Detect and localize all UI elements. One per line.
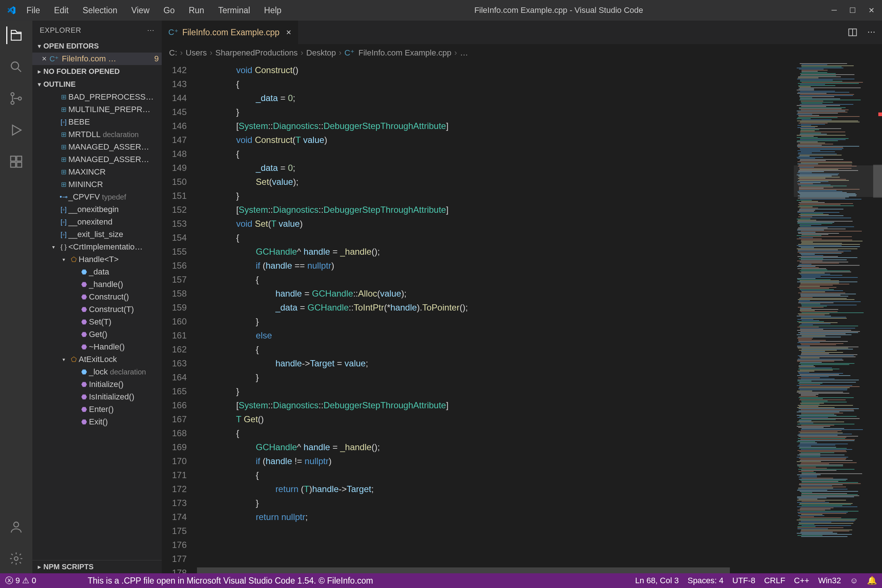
more-actions-icon[interactable]: ⋯ bbox=[867, 27, 875, 38]
accounts-icon[interactable] bbox=[8, 518, 25, 536]
code-line[interactable]: handle = GCHandle::Alloc(value); bbox=[197, 286, 794, 301]
code-line[interactable]: { bbox=[197, 77, 794, 91]
code-line[interactable]: } bbox=[197, 189, 794, 203]
code-line[interactable]: { bbox=[197, 468, 794, 482]
outline-item[interactable]: [◦] __exit_list_size bbox=[32, 228, 162, 241]
outline-item[interactable]: ▾{ } <CrtImplementatio… bbox=[32, 241, 162, 253]
code-line[interactable]: { bbox=[197, 231, 794, 245]
open-editor-item[interactable]: × C⁺ FileInfo.com … 9 bbox=[32, 52, 162, 65]
close-editor-icon[interactable]: × bbox=[42, 54, 46, 64]
outline-item[interactable]: [◦] BEBE bbox=[32, 116, 162, 128]
outline-item[interactable]: ▾⬠ AtExitLock bbox=[32, 353, 162, 366]
outline-item[interactable]: ⬣ _lockdeclaration bbox=[32, 366, 162, 378]
breadcrumb[interactable]: C:›Users›SharpenedProductions›Desktop›C⁺… bbox=[162, 44, 882, 62]
status-errors[interactable]: ⓧ9 ⚠0 bbox=[5, 575, 36, 586]
code-line[interactable]: } bbox=[197, 315, 794, 328]
outline-item[interactable]: ⬣ Set(T) bbox=[32, 316, 162, 328]
menu-item-run[interactable]: Run bbox=[184, 3, 208, 18]
outline-item[interactable]: ⬣ Construct() bbox=[32, 291, 162, 303]
outline-item[interactable]: ⬣ _data bbox=[32, 266, 162, 278]
settings-gear-icon[interactable] bbox=[8, 550, 25, 567]
outline-item[interactable]: ⬣ Exit() bbox=[32, 416, 162, 428]
code-line[interactable]: handle->Target = value; bbox=[197, 357, 794, 370]
menu-item-view[interactable]: View bbox=[127, 3, 154, 18]
close-tab-icon[interactable]: × bbox=[286, 27, 291, 38]
status-encoding[interactable]: UTF-8 bbox=[732, 576, 755, 585]
code-line[interactable]: return nullptr; bbox=[197, 510, 794, 524]
breadcrumb-item[interactable]: … bbox=[460, 48, 468, 58]
source-control-icon[interactable] bbox=[8, 90, 25, 107]
breadcrumb-item[interactable]: FileInfo.com Example.cpp bbox=[358, 48, 451, 58]
code-line[interactable]: void Set(T value) bbox=[197, 217, 794, 231]
run-debug-icon[interactable] bbox=[8, 121, 25, 139]
menu-item-terminal[interactable]: Terminal bbox=[214, 3, 255, 18]
code-line[interactable]: Set(value); bbox=[197, 175, 794, 189]
outline-item[interactable]: ⊞ MANAGED_ASSER… bbox=[32, 141, 162, 153]
code-line[interactable]: T Get() bbox=[197, 412, 794, 426]
code-line[interactable]: return (T)handle->Target; bbox=[197, 482, 794, 496]
minimap-viewport[interactable] bbox=[794, 165, 882, 197]
outline-item[interactable]: ⊞ MANAGED_ASSER… bbox=[32, 153, 162, 166]
code-line[interactable]: } bbox=[197, 105, 794, 119]
code-line[interactable]: GCHandle^ handle = _handle(); bbox=[197, 440, 794, 454]
code-line[interactable]: else bbox=[197, 328, 794, 342]
outline-section[interactable]: ▾ OUTLINE bbox=[32, 78, 162, 91]
code-line[interactable]: if (handle != nullptr) bbox=[197, 454, 794, 468]
code-line[interactable]: if (handle == nullptr) bbox=[197, 259, 794, 273]
outline-item[interactable]: [◦] __onexitend bbox=[32, 216, 162, 228]
outline-item[interactable]: ⊞ MULTILINE_PREPR… bbox=[32, 103, 162, 116]
no-folder-section[interactable]: ▸ NO FOLDER OPENED bbox=[32, 65, 162, 78]
split-editor-icon[interactable] bbox=[848, 27, 858, 38]
code-line[interactable]: GCHandle^ handle = _handle(); bbox=[197, 245, 794, 259]
outline-item[interactable]: ⬣ Construct(T) bbox=[32, 303, 162, 316]
npm-scripts-section[interactable]: ▸ NPM SCRIPTS bbox=[32, 560, 162, 573]
code-line[interactable]: } bbox=[197, 384, 794, 398]
status-os[interactable]: Win32 bbox=[818, 576, 841, 585]
code-line[interactable]: _data = GCHandle::ToIntPtr(*handle).ToPo… bbox=[197, 301, 794, 315]
feedback-icon[interactable]: ☺ bbox=[850, 576, 858, 585]
menu-item-go[interactable]: Go bbox=[159, 3, 179, 18]
code-line[interactable]: [System::Diagnostics::DebuggerStepThroug… bbox=[197, 203, 794, 217]
outline-item[interactable]: [◦] __onexitbegin bbox=[32, 203, 162, 216]
code-line[interactable]: } bbox=[197, 496, 794, 510]
status-eol[interactable]: CRLF bbox=[764, 576, 785, 585]
code-line[interactable]: { bbox=[197, 342, 794, 357]
extensions-icon[interactable] bbox=[8, 153, 25, 171]
maximize-icon[interactable]: ☐ bbox=[849, 6, 856, 15]
outline-item[interactable]: ⊞ MAXINCR bbox=[32, 166, 162, 178]
code-line[interactable]: [System::Diagnostics::DebuggerStepThroug… bbox=[197, 398, 794, 412]
code-line[interactable]: _data = 0; bbox=[197, 161, 794, 175]
minimap[interactable] bbox=[794, 62, 882, 573]
breadcrumb-item[interactable]: Users bbox=[186, 48, 207, 58]
breadcrumb-item[interactable]: Desktop bbox=[306, 48, 336, 58]
menu-item-edit[interactable]: Edit bbox=[50, 3, 73, 18]
outline-item[interactable]: ⊞ MININCR bbox=[32, 178, 162, 191]
outline-item[interactable]: ⬣ Enter() bbox=[32, 403, 162, 416]
editor-tab[interactable]: C⁺ FileInfo.com Example.cpp × bbox=[162, 21, 298, 44]
minimize-icon[interactable]: ─ bbox=[832, 6, 837, 15]
code-line[interactable]: void Construct() bbox=[197, 63, 794, 77]
code-editor[interactable]: void Construct() { _data = 0; } [System:… bbox=[197, 62, 794, 573]
code-line[interactable]: _data = 0; bbox=[197, 91, 794, 105]
menu-item-help[interactable]: Help bbox=[260, 3, 286, 18]
outline-item[interactable]: ⬣ IsInitialized() bbox=[32, 391, 162, 403]
search-icon[interactable] bbox=[8, 58, 25, 76]
breadcrumb-item[interactable]: C: bbox=[169, 48, 177, 58]
menu-item-selection[interactable]: Selection bbox=[78, 3, 122, 18]
outline-item[interactable]: •⊸ _CPVFVtypedef bbox=[32, 191, 162, 203]
outline-item[interactable]: ⊞ BAD_PREPROCESS… bbox=[32, 91, 162, 103]
open-editors-section[interactable]: ▾ OPEN EDITORS bbox=[32, 40, 162, 52]
code-line[interactable]: } bbox=[197, 370, 794, 384]
code-line[interactable]: { bbox=[197, 147, 794, 161]
close-icon[interactable]: ✕ bbox=[868, 6, 874, 15]
outline-item[interactable]: ⬣ ~Handle() bbox=[32, 340, 162, 353]
status-indent[interactable]: Spaces: 4 bbox=[688, 576, 724, 585]
vertical-scrollbar[interactable] bbox=[873, 62, 882, 573]
status-lang[interactable]: C++ bbox=[794, 576, 810, 585]
code-line[interactable]: { bbox=[197, 426, 794, 440]
outline-item[interactable]: ⬣ Initialize() bbox=[32, 378, 162, 391]
outline-item[interactable]: ⊞ MRTDLLdeclaration bbox=[32, 128, 162, 141]
horizontal-scrollbar-thumb[interactable] bbox=[197, 567, 730, 573]
outline-item[interactable]: ▾⬠ Handle<T> bbox=[32, 253, 162, 266]
code-line[interactable]: void Construct(T value) bbox=[197, 133, 794, 147]
